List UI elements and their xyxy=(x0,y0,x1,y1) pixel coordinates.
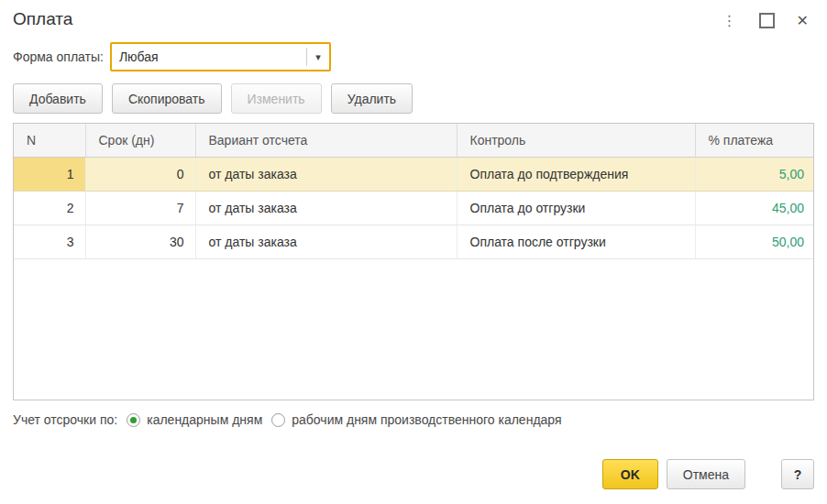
radio-unselected-icon[interactable] xyxy=(271,413,285,427)
radio-calendar-days-label: календарным дням xyxy=(147,412,262,427)
cell-percent[interactable]: 5,00 xyxy=(695,158,814,192)
payment-form-row: Форма оплаты: Любая ▾ xyxy=(13,42,814,71)
ok-button[interactable]: OK xyxy=(602,459,658,489)
radio-calendar-days[interactable]: календарным дням xyxy=(127,412,262,427)
edit-button[interactable]: Изменить xyxy=(231,83,322,114)
toolbar: Добавить Скопировать Изменить Удалить xyxy=(13,83,814,114)
cell-variant[interactable]: от даты заказа xyxy=(195,225,457,259)
radio-selected-icon[interactable] xyxy=(127,413,140,427)
kebab-menu-icon[interactable]: ⋮ xyxy=(722,14,737,28)
dialog-footer: OK Отмена ? xyxy=(602,459,814,489)
cell-n[interactable]: 1 xyxy=(14,158,85,192)
table-row[interactable]: 3 30 от даты заказа Оплата после отгрузк… xyxy=(14,225,814,259)
cell-control[interactable]: Оплата до подтверждения xyxy=(457,158,695,192)
title-bar: Оплата ⋮ ✕ xyxy=(13,0,814,29)
deferral-options-row: Учет отсрочки по: календарным дням рабоч… xyxy=(13,412,814,427)
combobox-value: Любая xyxy=(112,49,306,64)
cell-control[interactable]: Оплата после отгрузки xyxy=(457,225,695,259)
cell-days[interactable]: 7 xyxy=(85,192,195,225)
radio-business-days[interactable]: рабочим дням производственного календаря xyxy=(271,412,561,427)
cell-days[interactable]: 0 xyxy=(85,158,195,192)
column-header-n[interactable]: N xyxy=(14,124,85,158)
chevron-down-icon[interactable]: ▾ xyxy=(307,51,329,63)
cell-days[interactable]: 30 xyxy=(85,225,195,259)
column-header-variant[interactable]: Вариант отсчета xyxy=(195,124,457,158)
close-icon[interactable]: ✕ xyxy=(797,14,809,28)
payment-form-label: Форма оплаты: xyxy=(13,49,104,64)
cancel-button[interactable]: Отмена xyxy=(667,459,745,489)
cell-n[interactable]: 2 xyxy=(14,192,85,225)
maximize-icon[interactable] xyxy=(759,13,775,28)
payment-dialog: Оплата ⋮ ✕ Форма оплаты: Любая ▾ Добавит… xyxy=(0,0,827,504)
help-button[interactable]: ? xyxy=(781,459,814,489)
table-header-row: N Срок (дн) Вариант отсчета Контроль % п… xyxy=(14,124,814,158)
cell-variant[interactable]: от даты заказа xyxy=(195,158,457,192)
column-header-control[interactable]: Контроль xyxy=(457,124,695,158)
payment-form-combobox[interactable]: Любая ▾ xyxy=(110,42,331,71)
page-title: Оплата xyxy=(13,9,72,29)
window-controls: ⋮ ✕ xyxy=(722,13,809,28)
table-row[interactable]: 2 7 от даты заказа Оплата до отгрузки 45… xyxy=(14,192,814,225)
cell-variant[interactable]: от даты заказа xyxy=(195,192,457,225)
add-button[interactable]: Добавить xyxy=(13,83,103,114)
cell-n[interactable]: 3 xyxy=(14,225,85,259)
deferral-label: Учет отсрочки по: xyxy=(13,412,117,427)
payment-schedule-table: N Срок (дн) Вариант отсчета Контроль % п… xyxy=(13,123,814,400)
copy-button[interactable]: Скопировать xyxy=(112,83,222,114)
radio-business-days-label: рабочим дням производственного календаря xyxy=(292,412,561,427)
table-row[interactable]: 1 0 от даты заказа Оплата до подтвержден… xyxy=(14,158,814,192)
column-header-days[interactable]: Срок (дн) xyxy=(85,124,195,158)
cell-control[interactable]: Оплата до отгрузки xyxy=(457,192,695,225)
cell-percent[interactable]: 45,00 xyxy=(695,192,814,225)
column-header-percent[interactable]: % платежа xyxy=(695,124,814,158)
cell-percent[interactable]: 50,00 xyxy=(695,225,814,259)
delete-button[interactable]: Удалить xyxy=(331,83,413,114)
